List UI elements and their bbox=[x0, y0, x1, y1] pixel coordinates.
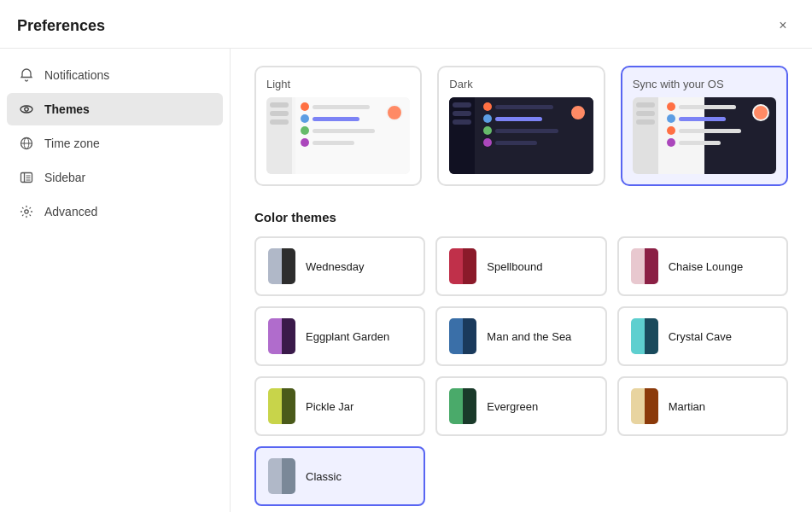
color-swatch-martian bbox=[631, 388, 658, 424]
color-card-eggplant-garden[interactable]: Eggplant Garden bbox=[254, 306, 425, 366]
sidebar-item-themes-label: Themes bbox=[44, 102, 90, 116]
theme-card-sync[interactable]: Sync with your OS bbox=[621, 66, 788, 186]
content-area: Light bbox=[231, 49, 812, 512]
sidebar-item-notifications-label: Notifications bbox=[44, 68, 109, 82]
theme-preview-light bbox=[266, 97, 410, 174]
sidebar-item-themes[interactable]: Themes bbox=[7, 93, 223, 125]
color-card-evergreen-label: Evergreen bbox=[487, 400, 538, 413]
color-swatch-crystal-cave bbox=[631, 318, 658, 354]
color-card-crystal-cave-label: Crystal Cave bbox=[669, 330, 732, 343]
theme-preview-dark bbox=[449, 97, 593, 174]
color-swatch-eggplant-garden bbox=[268, 318, 295, 354]
color-card-chaise-lounge-label: Chaise Lounge bbox=[669, 260, 743, 273]
sidebar-item-advanced[interactable]: Advanced bbox=[7, 195, 223, 228]
sidebar-item-timezone-label: Time zone bbox=[44, 137, 100, 150]
color-swatch-pickle-jar bbox=[268, 388, 295, 424]
color-swatch-spellbound bbox=[449, 248, 476, 284]
svg-point-1 bbox=[25, 108, 28, 111]
sidebar-item-timezone[interactable]: Time zone bbox=[7, 127, 223, 160]
sidebar-item-sidebar[interactable]: Sidebar bbox=[7, 161, 223, 194]
bell-icon bbox=[19, 67, 34, 83]
color-card-wednesday-label: Wednesday bbox=[306, 260, 364, 273]
sidebar-item-notifications[interactable]: Notifications bbox=[7, 59, 223, 91]
color-card-eggplant-garden-label: Eggplant Garden bbox=[306, 330, 389, 343]
color-card-spellbound[interactable]: Spellbound bbox=[435, 236, 606, 296]
main-layout: Notifications Themes Time zone bbox=[0, 49, 812, 512]
color-card-classic-label: Classic bbox=[306, 470, 342, 483]
color-card-martian[interactable]: Martian bbox=[617, 376, 788, 436]
sidebar-item-sidebar-label: Sidebar bbox=[44, 171, 85, 184]
color-themes-section: Color themes Wednesday Spellbo bbox=[254, 210, 788, 506]
theme-card-light-label: Light bbox=[266, 78, 410, 90]
sidebar-item-advanced-label: Advanced bbox=[44, 205, 97, 218]
color-card-pickle-jar[interactable]: Pickle Jar bbox=[254, 376, 425, 436]
gear-icon bbox=[19, 204, 34, 219]
page-title: Preferences bbox=[17, 17, 105, 35]
color-card-classic[interactable]: Classic bbox=[254, 446, 425, 506]
theme-card-light[interactable]: Light bbox=[254, 66, 422, 186]
color-card-martian-label: Martian bbox=[669, 400, 705, 413]
color-swatch-wednesday bbox=[268, 248, 295, 284]
globe-icon bbox=[19, 136, 34, 151]
color-card-man-and-sea-label: Man and the Sea bbox=[487, 330, 571, 343]
title-bar: Preferences × bbox=[0, 0, 812, 49]
theme-card-dark[interactable]: Dark bbox=[437, 66, 605, 186]
color-themes-heading: Color themes bbox=[254, 210, 788, 224]
color-swatch-man-and-sea bbox=[449, 318, 476, 354]
theme-card-sync-label: Sync with your OS bbox=[633, 78, 776, 90]
color-card-pickle-jar-label: Pickle Jar bbox=[306, 400, 353, 413]
color-card-wednesday[interactable]: Wednesday bbox=[254, 236, 425, 296]
color-card-crystal-cave[interactable]: Crystal Cave bbox=[617, 306, 788, 366]
color-swatch-evergreen bbox=[449, 388, 476, 424]
sidebar: Notifications Themes Time zone bbox=[0, 49, 231, 512]
color-grid: Wednesday Spellbound Chaise bbox=[254, 236, 788, 506]
theme-card-dark-label: Dark bbox=[449, 78, 593, 90]
color-card-man-and-sea[interactable]: Man and the Sea bbox=[435, 306, 606, 366]
svg-point-10 bbox=[25, 210, 28, 213]
color-card-evergreen[interactable]: Evergreen bbox=[435, 376, 606, 436]
color-swatch-chaise-lounge bbox=[631, 248, 658, 284]
color-swatch-classic bbox=[268, 458, 295, 494]
color-card-chaise-lounge[interactable]: Chaise Lounge bbox=[617, 236, 788, 296]
sidebar-icon bbox=[19, 170, 34, 185]
color-card-spellbound-label: Spellbound bbox=[487, 260, 542, 273]
theme-preview-sync bbox=[633, 97, 776, 174]
close-button[interactable]: × bbox=[771, 14, 795, 38]
theme-modes: Light bbox=[254, 66, 788, 186]
eye-icon bbox=[19, 102, 34, 117]
